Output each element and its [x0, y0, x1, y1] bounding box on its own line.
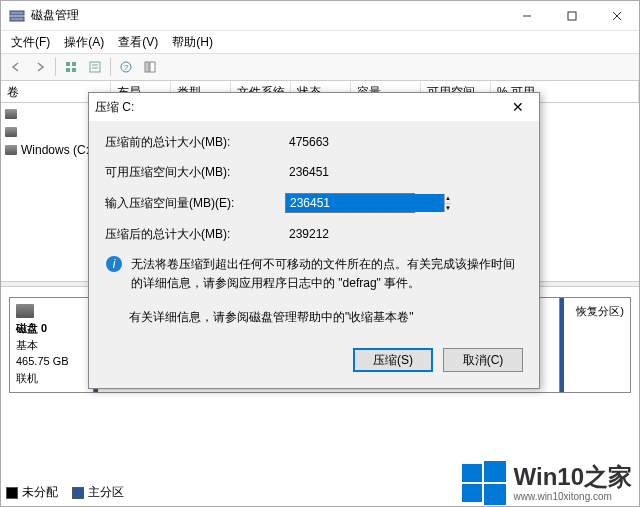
help-icon[interactable]: ?: [115, 56, 137, 78]
help-text: 有关详细信息，请参阅磁盘管理帮助中的"收缩基本卷": [129, 309, 523, 326]
cancel-button[interactable]: 取消(C): [443, 348, 523, 372]
svg-rect-8: [66, 68, 70, 72]
menu-action[interactable]: 操作(A): [58, 32, 110, 53]
svg-rect-19: [462, 464, 482, 482]
menu-file[interactable]: 文件(F): [5, 32, 56, 53]
shrink-amount-label: 输入压缩空间量(MB)(E):: [105, 195, 285, 212]
menu-help[interactable]: 帮助(H): [166, 32, 219, 53]
properties-icon[interactable]: [84, 56, 106, 78]
shrink-available-value: 236451: [285, 163, 415, 181]
partition-recovery[interactable]: 恢复分区): [560, 298, 630, 392]
legend-label-primary: 主分区: [88, 485, 124, 499]
shrink-amount-input-wrap: ▲ ▼: [285, 193, 415, 213]
volume-icon: [5, 145, 17, 155]
disk-type: 基本: [16, 337, 87, 354]
total-before-label: 压缩前的总计大小(MB):: [105, 134, 285, 151]
info-icon: i: [105, 255, 123, 273]
watermark: Win10之家 www.win10xitong.com: [462, 461, 632, 505]
close-button[interactable]: [594, 1, 639, 30]
watermark-text: Win10之家: [514, 465, 632, 489]
shrink-button[interactable]: 压缩(S): [353, 348, 433, 372]
shrink-amount-input[interactable]: [286, 194, 444, 212]
spin-buttons: ▲ ▼: [444, 194, 451, 212]
forward-button[interactable]: [29, 56, 51, 78]
svg-rect-9: [72, 68, 76, 72]
legend-label-unallocated: 未分配: [22, 485, 58, 499]
menubar: 文件(F) 操作(A) 查看(V) 帮助(H): [1, 31, 639, 53]
shrink-dialog: 压缩 C: ✕ 压缩前的总计大小(MB): 475663 可用压缩空间大小(MB…: [88, 92, 540, 389]
toolbar: ?: [1, 53, 639, 81]
svg-text:i: i: [113, 257, 116, 271]
disk-info-panel[interactable]: 磁盘 0 基本 465.75 GB 联机: [9, 297, 94, 393]
titlebar: 磁盘管理: [1, 1, 639, 31]
window-controls: [504, 1, 639, 30]
svg-rect-22: [484, 484, 506, 505]
svg-text:?: ?: [124, 63, 129, 72]
spin-up-button[interactable]: ▲: [445, 194, 451, 204]
svg-rect-3: [568, 12, 576, 20]
dialog-titlebar[interactable]: 压缩 C: ✕: [89, 93, 539, 121]
minimize-button[interactable]: [504, 1, 549, 30]
legend-swatch-unallocated: [6, 487, 18, 499]
layout-icon[interactable]: [139, 56, 161, 78]
svg-rect-6: [66, 62, 70, 66]
watermark-url: www.win10xitong.com: [514, 491, 632, 502]
windows-logo-icon: [462, 461, 506, 505]
info-note: i 无法将卷压缩到超出任何不可移动的文件所在的点。有关完成该操作时间的详细信息，…: [105, 255, 523, 293]
svg-rect-21: [462, 484, 482, 502]
dialog-close-button[interactable]: ✕: [503, 96, 533, 118]
disk-status: 联机: [16, 370, 87, 387]
disk-icon: [16, 304, 34, 318]
total-after-label: 压缩后的总计大小(MB):: [105, 226, 285, 243]
info-text: 无法将卷压缩到超出任何不可移动的文件所在的点。有关完成该操作时间的详细信息，请参…: [131, 255, 523, 293]
back-button[interactable]: [5, 56, 27, 78]
svg-rect-10: [90, 62, 100, 72]
shrink-available-label: 可用压缩空间大小(MB):: [105, 164, 285, 181]
svg-rect-1: [10, 17, 24, 21]
svg-rect-15: [145, 62, 149, 72]
volume-icon: [5, 109, 17, 119]
svg-rect-0: [10, 11, 24, 15]
total-after-value: 239212: [285, 225, 415, 243]
legend-swatch-primary: [72, 487, 84, 499]
menu-view[interactable]: 查看(V): [112, 32, 164, 53]
total-before-value: 475663: [285, 133, 415, 151]
refresh-icon[interactable]: [60, 56, 82, 78]
dialog-title: 压缩 C:: [95, 99, 503, 116]
window-title: 磁盘管理: [31, 7, 504, 24]
app-icon: [9, 8, 25, 24]
disk-size: 465.75 GB: [16, 353, 87, 370]
maximize-button[interactable]: [549, 1, 594, 30]
svg-rect-16: [150, 62, 155, 72]
disk-label: 磁盘 0: [16, 320, 87, 337]
legend: 未分配 主分区: [6, 484, 124, 501]
svg-rect-20: [484, 461, 506, 482]
volume-icon: [5, 127, 17, 137]
spin-down-button[interactable]: ▼: [445, 204, 451, 213]
svg-rect-7: [72, 62, 76, 66]
